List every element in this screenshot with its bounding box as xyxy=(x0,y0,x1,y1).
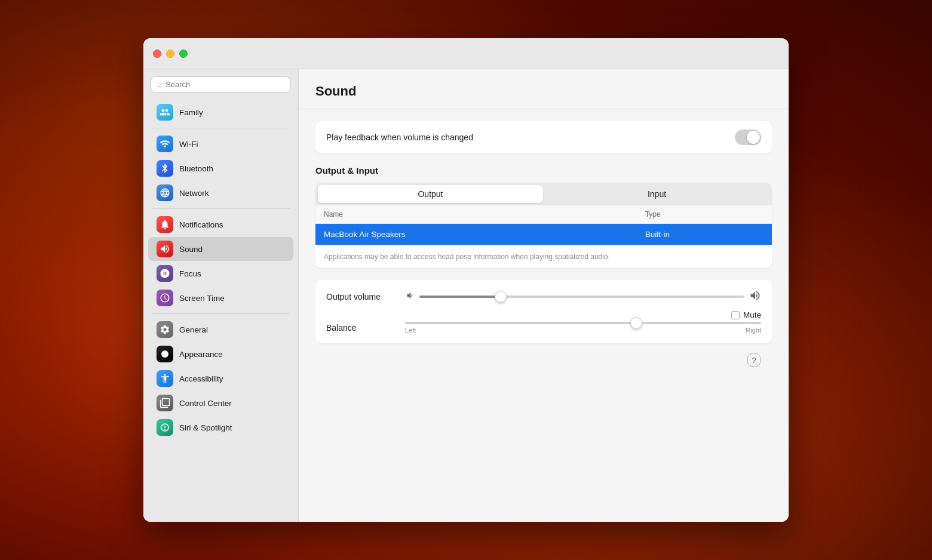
search-input[interactable] xyxy=(165,80,284,89)
maximize-button[interactable] xyxy=(179,50,188,58)
volume-high-icon xyxy=(749,290,761,303)
wifi-icon xyxy=(157,136,173,152)
page-title: Sound xyxy=(315,84,772,99)
sidebar-item-label-family: Family xyxy=(179,108,203,117)
sidebar-item-siri[interactable]: Siri & Spotlight xyxy=(148,416,293,439)
minimize-button[interactable] xyxy=(166,50,174,58)
search-icon: ⌕ xyxy=(157,80,162,89)
main-content: Sound Play feedback when volume is chang… xyxy=(299,69,789,522)
balance-track[interactable] xyxy=(405,322,761,324)
sidebar-item-bluetooth[interactable]: Bluetooth xyxy=(148,156,293,180)
feedback-label: Play feedback when volume is changed xyxy=(326,133,473,142)
output-volume-label: Output volume xyxy=(326,292,398,301)
volume-slider-track[interactable] xyxy=(419,296,744,298)
balance-label: Balance xyxy=(326,323,398,333)
mute-row: Mute xyxy=(326,310,761,319)
balance-slider-thumb[interactable] xyxy=(630,317,642,329)
sidebar-item-wifi[interactable]: Wi-Fi xyxy=(148,132,293,156)
network-icon xyxy=(157,184,173,201)
siri-icon xyxy=(157,419,173,436)
appearance-icon xyxy=(157,346,173,362)
sound-icon xyxy=(157,241,173,257)
sidebar-item-focus[interactable]: Focus xyxy=(148,261,293,285)
sidebar: ⌕ Family xyxy=(143,69,299,522)
sidebar-item-controlcenter[interactable]: Control Center xyxy=(148,391,293,415)
controlcenter-icon xyxy=(157,395,173,411)
traffic-lights xyxy=(153,50,188,58)
feedback-row: Play feedback when volume is changed xyxy=(315,121,772,153)
sidebar-item-notifications[interactable]: Notifications xyxy=(148,213,293,236)
mute-label: Mute xyxy=(743,310,761,319)
volume-slider-container xyxy=(405,290,761,303)
notifications-icon xyxy=(157,216,173,233)
settings-section: Play feedback when volume is changed Out… xyxy=(299,109,789,390)
balance-slider-wrap: Left Right xyxy=(405,322,761,334)
sidebar-divider-1 xyxy=(152,128,290,128)
sidebar-item-appearance[interactable]: Appearance xyxy=(148,342,293,366)
sidebar-item-label-sound: Sound xyxy=(179,245,203,254)
search-bar[interactable]: ⌕ xyxy=(151,76,291,93)
mute-checkbox[interactable] xyxy=(731,311,740,319)
sidebar-item-label-bluetooth: Bluetooth xyxy=(179,164,213,173)
volume-slider-thumb[interactable] xyxy=(495,291,507,303)
balance-labels: Left Right xyxy=(405,327,761,334)
content-area: ⌕ Family xyxy=(143,69,789,522)
sidebar-list: Family Wi-Fi xyxy=(143,97,298,442)
sidebar-item-sound[interactable]: Sound xyxy=(148,237,293,261)
sidebar-item-network[interactable]: Network xyxy=(148,181,293,205)
volume-slider-fill xyxy=(419,296,501,298)
output-tab[interactable]: Output xyxy=(318,185,543,203)
sidebar-item-label-wifi: Wi-Fi xyxy=(179,140,198,149)
device-info-text: Applications may be able to access head … xyxy=(315,245,772,268)
sidebar-item-label-notifications: Notifications xyxy=(179,220,223,229)
screentime-icon xyxy=(157,290,173,306)
balance-row: Balance Left Right xyxy=(326,322,761,334)
sidebar-item-label-network: Network xyxy=(179,189,209,198)
volume-section: Output volume xyxy=(315,280,772,343)
input-tab[interactable]: Input xyxy=(544,185,769,203)
device-type-cell: Built-in xyxy=(637,224,772,245)
help-button[interactable]: ? xyxy=(747,353,761,367)
general-icon xyxy=(157,321,173,338)
col-name-header: Name xyxy=(315,205,637,224)
output-input-section: Output Input Name Type xyxy=(315,183,772,268)
device-name-cell: MacBook Air Speakers xyxy=(315,224,637,245)
sidebar-item-label-general: General xyxy=(179,325,208,334)
device-table: Name Type MacBook Air Speakers Built-in xyxy=(315,205,772,245)
balance-right-label: Right xyxy=(746,327,761,334)
feedback-toggle[interactable] xyxy=(735,130,761,145)
tab-bar: Output Input xyxy=(315,183,772,205)
sidebar-item-label-controlcenter: Control Center xyxy=(179,399,232,408)
titlebar xyxy=(143,38,789,69)
focus-icon xyxy=(157,265,173,282)
output-input-title: Output & Input xyxy=(315,165,772,176)
sidebar-item-accessibility[interactable]: Accessibility xyxy=(148,367,293,390)
balance-left-label: Left xyxy=(405,327,416,334)
sidebar-item-label-appearance: Appearance xyxy=(179,350,223,359)
sidebar-item-label-accessibility: Accessibility xyxy=(179,374,223,383)
page-header: Sound xyxy=(299,69,789,109)
sidebar-item-label-siri: Siri & Spotlight xyxy=(179,423,232,432)
svg-point-0 xyxy=(161,350,168,358)
sidebar-item-label-focus: Focus xyxy=(179,269,201,278)
sidebar-divider-3 xyxy=(152,313,290,314)
volume-low-icon xyxy=(405,291,415,302)
sidebar-divider-2 xyxy=(152,208,290,209)
output-volume-row: Output volume xyxy=(326,290,761,303)
close-button[interactable] xyxy=(153,50,161,58)
table-header-row: Name Type xyxy=(315,205,772,224)
sidebar-item-family[interactable]: Family xyxy=(148,100,293,124)
sidebar-item-general[interactable]: General xyxy=(148,318,293,341)
table-row[interactable]: MacBook Air Speakers Built-in xyxy=(315,224,772,245)
system-settings-window: ⌕ Family xyxy=(143,38,789,522)
sidebar-item-screentime[interactable]: Screen Time xyxy=(148,286,293,310)
accessibility-icon xyxy=(157,370,173,387)
family-icon xyxy=(157,104,173,121)
bluetooth-icon xyxy=(157,160,173,177)
sidebar-item-label-screentime: Screen Time xyxy=(179,294,225,303)
col-type-header: Type xyxy=(637,205,772,224)
